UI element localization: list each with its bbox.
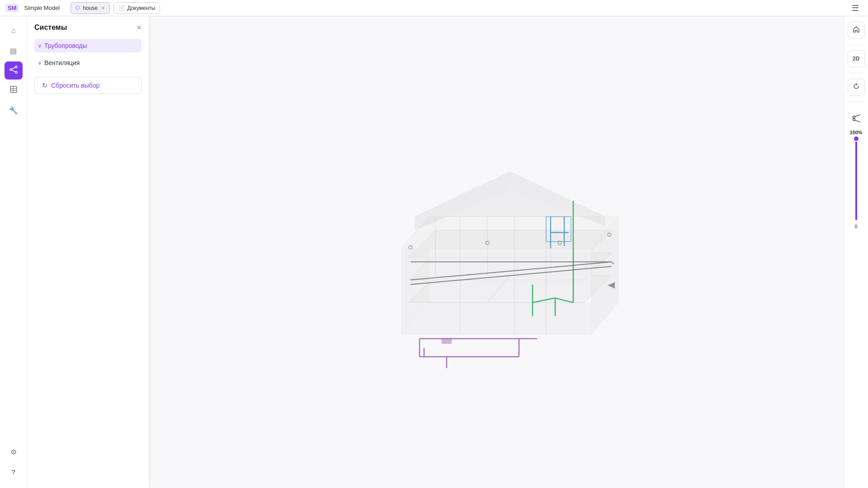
panel-title: Системы (34, 23, 67, 32)
sidebar-item-help[interactable]: ? (5, 463, 23, 481)
scissors-button[interactable] (848, 111, 865, 128)
sidebar-bottom: ⚙ ? (5, 443, 23, 488)
toolbar-divider-3 (849, 101, 863, 102)
svg-line-54 (855, 120, 860, 122)
sidebar-item-table[interactable] (5, 81, 23, 99)
rotate-button[interactable] (848, 79, 865, 96)
opacity-slider-fill (855, 139, 857, 220)
svg-marker-18 (408, 230, 612, 258)
svg-point-47 (486, 241, 489, 245)
panel-header: Системы × (34, 23, 142, 32)
main-layout: ⌂ ▤ (0, 16, 868, 488)
sidebar-item-settings[interactable]: ⚙ (5, 443, 23, 461)
view-2d-button[interactable]: 2D (848, 50, 865, 67)
home-icon: ⌂ (11, 27, 16, 35)
svg-line-3 (12, 67, 15, 69)
chevron-down-icon: ∨ (38, 43, 42, 49)
sidebar-item-share[interactable] (5, 61, 23, 80)
svg-line-4 (12, 70, 15, 72)
docs-tab-icon: 📄 (118, 5, 125, 11)
svg-point-51 (853, 116, 855, 118)
rotate-icon (853, 83, 860, 92)
tab-docs[interactable]: 📄 Документы (113, 2, 160, 14)
scissors-icon (852, 114, 861, 125)
tab-house-label: house (83, 5, 98, 11)
logo-abbr: SM (5, 4, 19, 12)
home-view-icon (853, 26, 860, 35)
2d-label: 2D (853, 56, 859, 62)
opacity-min-label: 0 (854, 224, 857, 229)
tab-house[interactable]: ⬡ house × (71, 2, 109, 14)
sidebar-item-home[interactable]: ⌂ (5, 22, 23, 40)
tree-pipes-label: Трубопроводы (44, 42, 87, 49)
tree-ventilation-label: Вентиляция (44, 59, 80, 66)
home-view-button[interactable] (848, 22, 865, 39)
svg-point-49 (558, 241, 561, 245)
systems-panel: Системы × ∨ Трубопроводы ∨ Вентиляция ↻ … (27, 16, 149, 488)
svg-point-52 (853, 119, 855, 121)
svg-rect-5 (10, 86, 17, 93)
viewport[interactable] (149, 16, 844, 488)
settings-icon: ⚙ (10, 448, 17, 456)
reset-selection-button[interactable]: ↻ Сбросить выбор (34, 77, 142, 94)
svg-marker-9 (401, 303, 618, 334)
topbar: SM Simple Model ⬡ house × 📄 Документы ☰ (0, 0, 868, 16)
panel-close-button[interactable]: × (137, 23, 142, 32)
sidebar-item-wrench[interactable]: 🔧 (5, 101, 23, 119)
layers-icon: ▤ (10, 47, 17, 55)
share-icon (9, 66, 18, 75)
logo-name: Simple Model (24, 5, 60, 11)
svg-point-2 (15, 71, 17, 73)
3d-model (356, 127, 637, 389)
toolbar-divider-1 (849, 44, 863, 45)
hamburger-menu[interactable]: ☰ (848, 1, 863, 15)
svg-point-1 (15, 66, 17, 68)
svg-rect-32 (442, 339, 451, 343)
reset-btn-label: Сбросить выбор (51, 82, 99, 89)
tree-item-ventilation[interactable]: ∨ Вентиляция (34, 56, 142, 70)
opacity-slider-thumb[interactable] (853, 136, 859, 142)
tree-item-pipes[interactable]: ∨ Трубопроводы (34, 39, 142, 52)
right-toolbar: 2D (844, 16, 868, 488)
opacity-slider-track[interactable] (855, 139, 857, 220)
toolbar-divider-2 (849, 73, 863, 73)
opacity-percent-label: 100% (849, 130, 862, 135)
svg-line-53 (855, 115, 860, 117)
svg-point-48 (608, 233, 611, 237)
opacity-section: 100% 0 (848, 107, 865, 233)
chevron-right-icon: ∨ (38, 60, 42, 66)
house-tab-icon: ⬡ (75, 5, 80, 11)
wrench-icon: 🔧 (9, 106, 18, 115)
reset-icon: ↻ (42, 82, 47, 89)
help-icon: ? (11, 468, 15, 476)
sidebar-item-layers[interactable]: ▤ (5, 42, 23, 60)
tab-docs-label: Документы (127, 5, 156, 11)
svg-point-0 (10, 69, 12, 70)
svg-point-46 (409, 246, 412, 249)
tab-house-close[interactable]: × (101, 5, 105, 11)
left-sidebar: ⌂ ▤ (0, 16, 27, 488)
table-icon (9, 85, 18, 95)
